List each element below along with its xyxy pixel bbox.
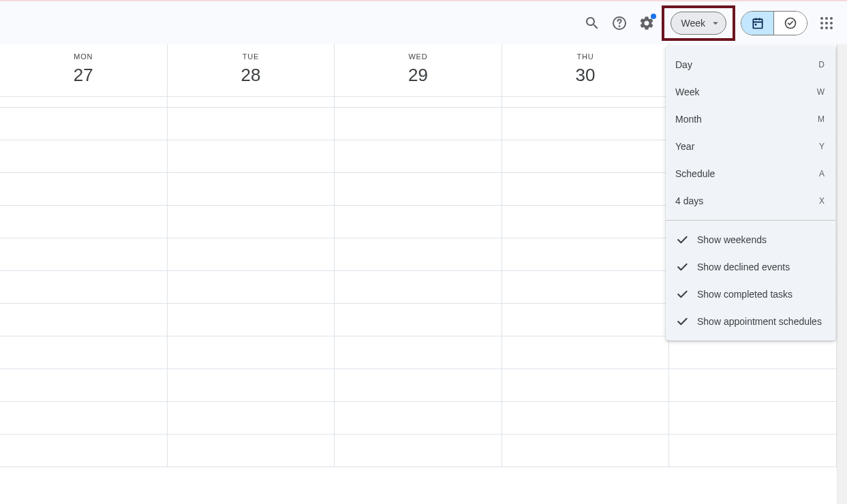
menu-label: Schedule bbox=[675, 168, 715, 179]
toggle-label: Show appointment schedules bbox=[697, 316, 822, 327]
apps-button[interactable] bbox=[813, 10, 840, 37]
day-name: MON bbox=[0, 52, 167, 61]
toggle-label: Show weekends bbox=[697, 234, 767, 245]
day-column[interactable]: MON 27 bbox=[0, 44, 168, 89]
menu-shortcut: X bbox=[819, 196, 825, 206]
check-icon bbox=[675, 233, 689, 247]
menu-shortcut: Y bbox=[819, 142, 825, 151]
svg-point-9 bbox=[825, 17, 828, 20]
day-number: 27 bbox=[0, 65, 167, 86]
day-name: THU bbox=[502, 52, 669, 61]
search-button[interactable] bbox=[579, 10, 606, 37]
svg-point-10 bbox=[830, 17, 833, 20]
menu-item-day[interactable]: Day D bbox=[666, 51, 835, 78]
check-icon bbox=[675, 260, 689, 274]
svg-rect-2 bbox=[753, 19, 762, 28]
menu-shortcut: M bbox=[818, 114, 825, 124]
toggle-label: Show declined events bbox=[697, 262, 790, 272]
check-icon bbox=[675, 287, 689, 301]
apps-grid-icon bbox=[818, 15, 835, 31]
all-day-cell[interactable] bbox=[0, 89, 167, 97]
day-column[interactable]: TUE 28 bbox=[168, 44, 335, 89]
menu-shortcut: D bbox=[818, 60, 825, 69]
day-number: 28 bbox=[168, 65, 335, 86]
menu-label: Week bbox=[675, 86, 700, 97]
toggle-show-appointments[interactable]: Show appointment schedules bbox=[666, 308, 835, 335]
help-icon bbox=[611, 15, 628, 31]
svg-point-16 bbox=[830, 27, 833, 29]
menu-shortcut: A bbox=[819, 169, 825, 178]
all-day-cell[interactable] bbox=[168, 89, 335, 97]
toggle-label: Show completed tasks bbox=[697, 289, 792, 300]
svg-point-13 bbox=[830, 22, 833, 25]
settings-button[interactable] bbox=[633, 10, 660, 37]
toggle-show-declined[interactable]: Show declined events bbox=[666, 253, 835, 281]
menu-label: Month bbox=[675, 114, 702, 125]
menu-label: Day bbox=[675, 59, 692, 70]
app-header: Week bbox=[0, 0, 847, 44]
menu-item-schedule[interactable]: Schedule A bbox=[666, 160, 835, 187]
toggle-show-completed[interactable]: Show completed tasks bbox=[666, 281, 835, 308]
day-name: WED bbox=[335, 52, 502, 61]
svg-point-12 bbox=[825, 22, 828, 25]
day-column[interactable]: THU 30 bbox=[502, 44, 670, 89]
chevron-down-icon bbox=[709, 17, 722, 29]
menu-item-month[interactable]: Month M bbox=[666, 106, 835, 133]
svg-point-11 bbox=[820, 22, 823, 25]
task-check-icon bbox=[784, 16, 797, 30]
all-day-cell[interactable] bbox=[502, 89, 669, 97]
highlight-annotation: Week bbox=[662, 5, 735, 41]
svg-point-8 bbox=[820, 17, 823, 20]
calendar-icon bbox=[751, 16, 765, 30]
menu-item-week[interactable]: Week W bbox=[666, 78, 835, 106]
menu-shortcut: W bbox=[817, 87, 825, 97]
menu-label: 4 days bbox=[675, 195, 703, 206]
menu-label: Year bbox=[675, 141, 694, 152]
view-selector-label: Week bbox=[681, 18, 705, 29]
svg-point-15 bbox=[825, 27, 828, 29]
view-selector-button[interactable]: Week bbox=[671, 12, 726, 35]
svg-point-1 bbox=[619, 26, 620, 27]
toggle-show-weekends[interactable]: Show weekends bbox=[666, 226, 835, 253]
day-name: TUE bbox=[168, 52, 335, 61]
menu-item-4days[interactable]: 4 days X bbox=[666, 187, 835, 215]
svg-rect-6 bbox=[754, 23, 756, 25]
all-day-cell[interactable] bbox=[335, 89, 502, 97]
check-icon bbox=[675, 315, 689, 328]
view-dropdown-menu: Day D Week W Month M Year Y Schedule A 4… bbox=[666, 46, 835, 341]
vertical-scrollbar[interactable] bbox=[837, 44, 847, 504]
svg-point-14 bbox=[820, 27, 823, 29]
help-button[interactable] bbox=[606, 10, 633, 37]
day-number: 30 bbox=[502, 65, 669, 86]
tasks-view-toggle[interactable] bbox=[774, 12, 807, 35]
menu-separator bbox=[666, 220, 835, 221]
view-mode-toggle bbox=[741, 11, 807, 35]
search-icon bbox=[584, 15, 600, 31]
menu-item-year[interactable]: Year Y bbox=[666, 133, 835, 160]
notification-dot bbox=[651, 14, 656, 19]
calendar-view-toggle[interactable] bbox=[741, 12, 774, 35]
day-column[interactable]: WED 29 bbox=[335, 44, 502, 89]
day-number: 29 bbox=[335, 65, 502, 86]
